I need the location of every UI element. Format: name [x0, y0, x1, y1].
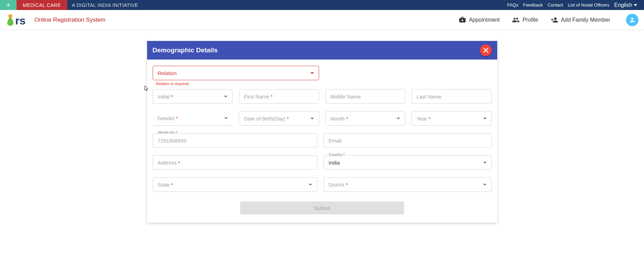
chevron-down-icon — [310, 118, 314, 119]
year-label: Year * — [417, 116, 480, 122]
ors-title: Online Registration System — [34, 17, 105, 23]
district-label: District * — [329, 182, 480, 188]
gender-wrap: Gender * — [153, 111, 233, 126]
contact-link[interactable]: Contact — [548, 2, 563, 8]
contact-row: Mobile No * 7291908693 Email — [153, 133, 492, 148]
relation-row: Relation Relation is required — [153, 66, 492, 86]
gender-dob-row: Gender * Date of Birth(Day) * Month * — [153, 111, 492, 126]
middle-name-wrap: Middle Name — [325, 89, 406, 104]
feedback-link[interactable]: Feedback — [523, 2, 543, 8]
submit-button[interactable]: Submit — [240, 201, 404, 214]
relation-field-wrap: Relation Relation is required — [153, 66, 319, 86]
country-select[interactable]: India — [324, 155, 492, 170]
medical-care-tab[interactable]: MEDICAL CARE — [17, 0, 67, 10]
last-name-wrap: Last Name — [411, 89, 492, 104]
chevron-down-icon — [483, 184, 487, 186]
close-icon — [483, 48, 489, 53]
name-row: Initial * First Name * Middle Name — [153, 89, 492, 104]
modal-title: Demographic Details — [153, 46, 218, 54]
main-area: Demographic Details Relation Relation is… — [0, 30, 644, 223]
submit-row: Submit — [153, 201, 492, 214]
demographic-modal: Demographic Details Relation Relation is… — [147, 41, 497, 223]
top-bar: + MEDICAL CARE A DIGITAL INDIA INITIATIV… — [0, 0, 644, 10]
person-icon — [629, 17, 636, 23]
initial-label: Initial * — [158, 94, 222, 99]
state-wrap: State * — [153, 177, 317, 192]
relation-label: Relation — [158, 70, 308, 76]
address-row: Address * Country * India — [153, 155, 492, 170]
dob-day-wrap: Date of Birth(Day) * — [239, 111, 319, 126]
state-district-row: State * District * — [153, 177, 492, 192]
chevron-down-icon — [309, 184, 312, 186]
month-select[interactable]: Month * — [325, 111, 406, 126]
person-add-icon — [551, 16, 558, 24]
mobile-value: 7291908693 — [158, 138, 312, 144]
briefcase-medical-icon — [459, 16, 466, 24]
address-input[interactable]: Address * — [153, 155, 317, 170]
email-wrap: Email — [324, 133, 492, 148]
email-input[interactable]: Email — [324, 133, 492, 148]
year-select[interactable]: Year * — [411, 111, 492, 126]
ors-logo-icon: rs — [6, 12, 30, 28]
last-name-input[interactable]: Last Name — [411, 89, 492, 104]
mobile-wrap: Mobile No * 7291908693 — [153, 133, 317, 148]
gender-label: Gender * — [157, 115, 222, 121]
modal-body: Relation Relation is required Initial * — [147, 60, 497, 223]
dob-day-select[interactable]: Date of Birth(Day) * — [239, 111, 319, 126]
chevron-down-icon — [483, 162, 487, 164]
country-wrap: Country * India — [324, 155, 492, 170]
district-select[interactable]: District * — [324, 177, 492, 192]
district-wrap: District * — [324, 177, 492, 192]
nodal-officers-link[interactable]: List of Nodal Officers — [568, 2, 609, 8]
relation-error: Relation is required — [156, 82, 319, 86]
plus-icon: + — [6, 1, 11, 10]
profile-label: Profile — [522, 17, 538, 23]
avatar[interactable] — [626, 14, 638, 26]
language-selector[interactable]: English — [614, 2, 637, 8]
chevron-down-icon — [224, 96, 227, 97]
people-icon — [512, 16, 520, 24]
country-value: India — [329, 160, 480, 166]
chevron-down-icon — [634, 4, 637, 6]
month-label: Month * — [330, 116, 394, 122]
chevron-down-icon — [224, 117, 228, 119]
profile-nav[interactable]: Profile — [512, 16, 538, 24]
plus-button[interactable]: + — [0, 0, 17, 10]
year-wrap: Year * — [411, 111, 492, 126]
initial-select[interactable]: Initial * — [153, 89, 233, 104]
faqs-link[interactable]: FAQs — [507, 2, 519, 8]
medical-care-label: MEDICAL CARE — [23, 2, 61, 8]
address-wrap: Address * — [153, 155, 317, 170]
mobile-input: 7291908693 — [153, 133, 317, 148]
middle-name-input[interactable]: Middle Name — [325, 89, 406, 104]
add-family-nav[interactable]: Add Family Member — [551, 16, 610, 24]
email-label: Email — [329, 138, 487, 144]
chevron-down-icon — [483, 118, 487, 119]
first-name-label: First Name * — [244, 94, 314, 99]
first-name-input[interactable]: First Name * — [239, 89, 319, 104]
address-label: Address * — [158, 160, 312, 166]
navbar: rs Online Registration System Appointmen… — [0, 10, 644, 30]
top-links: FAQs Feedback Contact List of Nodal Offi… — [507, 2, 644, 8]
logo[interactable]: rs Online Registration System — [6, 12, 105, 28]
appointment-label: Appointment — [469, 17, 500, 23]
svg-text:rs: rs — [15, 14, 25, 27]
close-button[interactable] — [480, 44, 492, 56]
initiative-label: A DIGITAL INDIA INITIATIVE — [67, 2, 143, 8]
dob-day-label: Date of Birth(Day) * — [244, 116, 308, 122]
chevron-down-icon — [310, 72, 314, 74]
nav-right: Appointment Profile Add Family Member — [459, 14, 638, 26]
language-label: English — [614, 2, 632, 8]
modal-header: Demographic Details — [147, 41, 497, 60]
month-wrap: Month * — [325, 111, 406, 126]
state-label: State * — [158, 182, 306, 188]
add-family-label: Add Family Member — [561, 17, 610, 23]
middle-name-label: Middle Name — [330, 94, 400, 99]
chevron-down-icon — [397, 118, 400, 119]
state-select[interactable]: State * — [153, 177, 317, 192]
appointment-nav[interactable]: Appointment — [459, 16, 500, 24]
last-name-label: Last Name — [417, 94, 487, 99]
gender-select[interactable]: Gender * — [153, 111, 233, 126]
relation-select[interactable]: Relation — [153, 66, 319, 80]
first-name-wrap: First Name * — [239, 89, 319, 104]
